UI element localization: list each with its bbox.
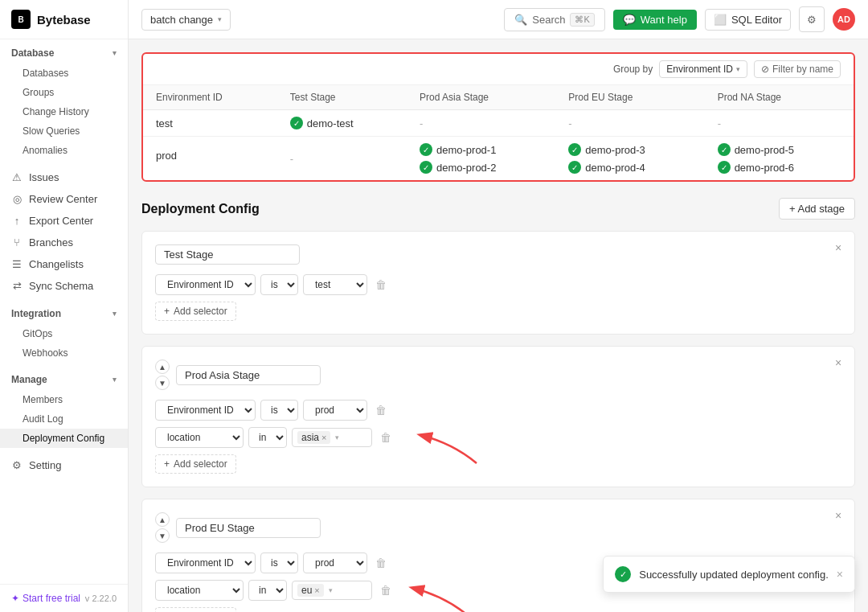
col-env-id: Environment ID <box>143 85 277 110</box>
stage-close-button[interactable]: × <box>830 355 846 371</box>
sidebar-group-manage[interactable]: Manage ▾ <box>0 369 128 390</box>
sidebar-item-export-center[interactable]: ↑ Export Center <box>0 210 128 232</box>
selector-delete-button[interactable]: 🗑 <box>372 555 390 571</box>
move-up-button[interactable]: ▲ <box>155 512 170 527</box>
selector-op-select[interactable]: in <box>248 427 287 448</box>
selector-op-select[interactable]: is <box>260 274 298 295</box>
help-button[interactable]: 💬 Want help <box>613 10 697 30</box>
red-arrow-indicator <box>412 419 485 467</box>
selector-field-select[interactable]: Environment ID <box>155 552 256 573</box>
chevron-down-icon: ▾ <box>113 310 117 318</box>
sidebar-item-sync-schema[interactable]: ⇄ Sync Schema <box>0 275 128 297</box>
stage-name-input[interactable] <box>155 244 300 265</box>
col-test-stage: Test Stage <box>277 85 407 110</box>
sidebar-item-deployment-config[interactable]: Deployment Config <box>0 429 128 448</box>
check-icon: ✓ <box>718 143 731 156</box>
sidebar-group-integration[interactable]: Integration ▾ <box>0 303 128 324</box>
selector-delete-button[interactable]: 🗑 <box>372 402 390 418</box>
stage-card-prod-asia: × ▲ ▼ Environment ID is prod 🗑 <box>141 346 855 487</box>
check-icon: ✓ <box>290 117 303 129</box>
check-icon: ✓ <box>420 161 432 174</box>
search-shortcut: ⌘K <box>570 13 594 27</box>
sidebar-item-change-history[interactable]: Change History <box>0 102 128 121</box>
move-down-button[interactable]: ▼ <box>155 376 170 390</box>
export-icon: ↑ <box>11 216 23 227</box>
add-stage-button[interactable]: + Add stage <box>779 198 855 220</box>
settings-icon: ⚙ <box>11 460 23 471</box>
logo[interactable]: B Bytebase <box>0 0 128 39</box>
chevron-down-icon: ▾ <box>736 65 740 73</box>
main-area: batch change ▾ 🔍 Search ⌘K 💬 Want help ⬜… <box>129 0 868 612</box>
tag-remove-button[interactable]: × <box>314 585 319 595</box>
toast-notification: ✓ Successfully updated deployment config… <box>603 556 855 593</box>
tag-remove-button[interactable]: × <box>321 433 326 442</box>
sidebar-item-slow-queries[interactable]: Slow Queries <box>0 121 128 141</box>
stage-name-input[interactable] <box>176 518 321 538</box>
add-selector-button[interactable]: + Add selector <box>155 607 236 612</box>
sidebar-item-databases[interactable]: Databases <box>0 64 128 83</box>
sidebar-item-members[interactable]: Members <box>0 390 128 409</box>
settings-button[interactable]: ⚙ <box>799 6 825 32</box>
sidebar-item-groups[interactable]: Groups <box>0 83 128 102</box>
selector-op-select[interactable]: is <box>260 400 298 421</box>
toast-close-button[interactable]: × <box>837 568 843 581</box>
sidebar-item-branches[interactable]: ⑂ Branches <box>0 232 128 253</box>
start-trial-link[interactable]: ✦ Start free trial <box>11 593 80 604</box>
review-icon: ◎ <box>11 194 23 205</box>
add-selector-button[interactable]: + Add selector <box>155 302 236 321</box>
deployment-config-header: Deployment Config + Add stage <box>141 198 855 220</box>
dropdown-caret-icon: ▾ <box>329 586 333 594</box>
group-by-label: Group by <box>613 64 653 75</box>
stage-name-input[interactable] <box>176 365 321 385</box>
stage-order-buttons: ▲ ▼ <box>155 512 170 543</box>
table-row: prod - ✓ demo-prod-1 ✓ demo-prod-2 <box>143 137 854 181</box>
sidebar-item-review-center[interactable]: ◎ Review Center <box>0 188 128 210</box>
prod-asia-cell: - <box>407 110 555 137</box>
sidebar-item-gitops[interactable]: GitOps <box>0 324 128 343</box>
sync-icon: ⇄ <box>11 281 23 292</box>
sql-editor-icon: ⬜ <box>714 14 727 26</box>
stage-card-test: × Environment ID is test 🗑 + Add selecto… <box>141 231 855 335</box>
sidebar: B Bytebase Database ▾ Databases Groups C… <box>0 0 129 612</box>
selector-op-select[interactable]: is <box>260 552 298 573</box>
test-stage-cell: ✓ demo-test <box>277 110 407 137</box>
selector-field-select[interactable]: location <box>155 427 244 448</box>
filter-button[interactable]: ⊘ Filter by name <box>754 60 841 78</box>
selector-op-select[interactable]: in <box>248 580 287 601</box>
selector-field-select[interactable]: location <box>155 580 244 601</box>
stage-close-button[interactable]: × <box>830 507 846 524</box>
sidebar-group-database[interactable]: Database ▾ <box>0 43 128 64</box>
selector-delete-button[interactable]: 🗑 <box>372 277 390 293</box>
stage-close-button[interactable]: × <box>830 240 846 256</box>
sidebar-item-audit-log[interactable]: Audit Log <box>0 409 128 429</box>
sidebar-item-anomalies[interactable]: Anomalies <box>0 141 128 160</box>
move-down-button[interactable]: ▼ <box>155 528 170 543</box>
avatar[interactable]: AD <box>833 8 855 31</box>
sidebar-item-webhooks[interactable]: Webhooks <box>0 343 128 363</box>
selector-value-select[interactable]: test <box>303 274 367 295</box>
prod-eu-cell: - <box>555 110 704 137</box>
add-selector-button[interactable]: + Add selector <box>155 454 236 474</box>
selector-delete-button[interactable]: 🗑 <box>377 429 395 446</box>
sql-editor-button[interactable]: ⬜ SQL Editor <box>705 9 791 31</box>
prod-na-cell: - <box>705 110 854 137</box>
group-by-select[interactable]: Environment ID ▾ <box>659 60 747 78</box>
selector-value-select[interactable]: prod <box>303 552 367 573</box>
sidebar-item-issues[interactable]: ⚠ Issues <box>0 166 128 188</box>
selector-delete-button[interactable]: 🗑 <box>377 582 395 598</box>
selector-field-select[interactable]: Environment ID <box>155 400 256 421</box>
help-icon: 💬 <box>623 14 636 26</box>
batch-change-selector[interactable]: batch change ▾ <box>141 9 231 31</box>
sidebar-item-setting[interactable]: ⚙ Setting <box>0 454 128 476</box>
stage-order-buttons: ▲ ▼ <box>155 359 170 390</box>
selector-value-select[interactable]: prod <box>303 400 367 421</box>
chevron-down-icon: ▾ <box>113 49 117 57</box>
sidebar-item-changelists[interactable]: ☰ Changelists <box>0 253 128 275</box>
env-id-cell: test <box>143 110 277 137</box>
selector-field-select[interactable]: Environment ID <box>155 274 256 295</box>
move-up-button[interactable]: ▲ <box>155 359 170 374</box>
branch-icon: ⑂ <box>11 237 23 248</box>
chevron-down-icon: ▾ <box>218 15 222 23</box>
gear-icon: ⚙ <box>807 14 817 26</box>
search-button[interactable]: 🔍 Search ⌘K <box>504 8 605 31</box>
